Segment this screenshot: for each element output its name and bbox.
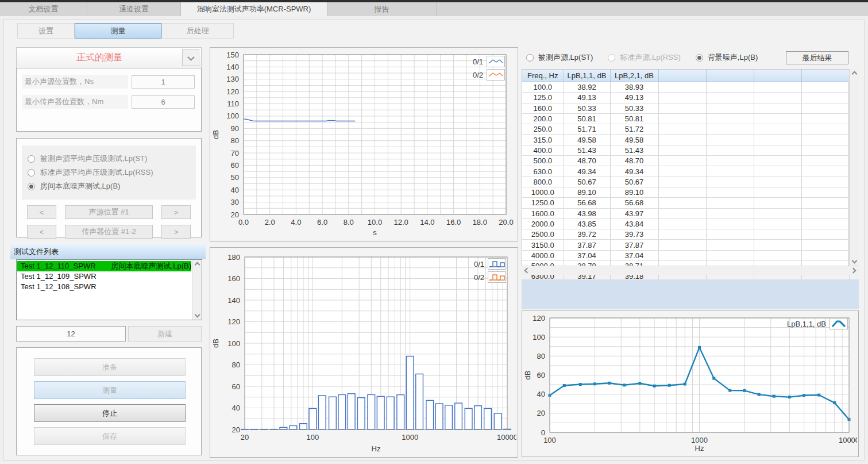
results-table-vscrollbar[interactable] — [849, 69, 859, 266]
table-row[interactable]: 1600.043.9843.97 — [522, 208, 849, 218]
table-row[interactable]: 500.048.7048.70 — [522, 156, 849, 166]
svg-text:120: 120 — [226, 87, 239, 96]
file-list-header: 测试文件列表 — [10, 244, 206, 259]
results-table[interactable]: Freq., HzLpB,1,1, dBLpB,2,1, dB 100.038.… — [522, 70, 850, 282]
svg-text:s: s — [373, 228, 377, 237]
legend-peak-icon — [830, 318, 848, 329]
svg-text:100: 100 — [227, 339, 240, 348]
list-item[interactable]: Test 1_12_110_SPWR房间本底噪声测试,Lp(B) — [17, 261, 191, 271]
svg-text:140: 140 — [226, 63, 239, 71]
save-button[interactable]: 保存 — [34, 427, 186, 445]
table-row[interactable]: 800.050.6750.67 — [522, 177, 849, 187]
test-type-box: 被测声源平均声压级测试,Lp(ST) 标准声源平均声压级测试,Lp(RSS) 房… — [16, 138, 202, 237]
radio-icon[interactable] — [28, 169, 35, 177]
scroll-down-icon[interactable] — [194, 312, 200, 318]
source-position-button[interactable]: 声源位置 #1 — [65, 205, 153, 219]
svg-text:40: 40 — [231, 186, 239, 194]
svg-text:Hz: Hz — [372, 444, 381, 453]
result-radio-lp-rss[interactable]: 标准声源,Lp(RSS) — [608, 52, 680, 63]
table-row[interactable]: 2500.039.7239.73 — [522, 229, 849, 240]
svg-text:130: 130 — [226, 75, 239, 83]
tab-channel-settings[interactable]: 通道设置 — [87, 2, 181, 16]
radio-lp-rss[interactable]: 标准声源平均声压级测试,Lp(RSS) — [28, 167, 196, 178]
table-row[interactable]: 200.050.8150.81 — [522, 113, 849, 124]
min-mic-positions-input[interactable]: 6 — [132, 95, 195, 109]
table-row[interactable]: 160.050.3350.33 — [522, 103, 849, 113]
new-button[interactable]: 新建 — [128, 326, 202, 342]
svg-text:20.0: 20.0 — [499, 218, 513, 227]
main-tab-bar: 文档设置 通道设置 混响室法测试声功率(MCR-SPWR) 报告 — [0, 2, 868, 16]
svg-text:110: 110 — [227, 99, 239, 108]
radio-lp-b[interactable]: 房间本底噪声测试,Lp(B) — [28, 181, 196, 191]
measurement-mode-dropdown[interactable]: 正式的测量 — [16, 47, 202, 68]
radio-lp-rss-label: 标准声源平均声压级测试,Lp(RSS) — [40, 167, 153, 178]
subtab-postprocess[interactable]: 后处理 — [161, 23, 234, 39]
table-row[interactable]: 3150.037.8737.87 — [522, 240, 849, 250]
chevron-down-icon — [187, 53, 195, 61]
subtab-settings[interactable]: 设置 — [17, 23, 75, 39]
radio-icon[interactable] — [526, 54, 534, 62]
scroll-up-icon[interactable] — [194, 262, 200, 268]
prepare-button[interactable]: 准备 — [34, 358, 186, 376]
result-radio-lp-st[interactable]: 被测声源,Lp(ST) — [526, 52, 593, 63]
results-table-hscrollbar[interactable] — [522, 266, 859, 275]
measure-button[interactable]: 测量 — [34, 381, 186, 399]
table-row[interactable]: 2000.043.8543.84 — [522, 218, 849, 229]
source-position-next-button[interactable]: > — [161, 205, 191, 219]
svg-text:10.0: 10.0 — [368, 218, 382, 227]
table-row[interactable]: 400.051.4351.43 — [522, 145, 849, 155]
stop-button[interactable]: 停止 — [34, 404, 186, 422]
min-source-positions-input[interactable]: 1 — [132, 75, 195, 89]
results-table-body: 100.038.9238.93125.049.1349.13160.050.33… — [522, 82, 849, 282]
legend-entry: 0/1 — [474, 258, 506, 270]
time-chart-legend: 0/10/2 — [473, 56, 505, 82]
radio-lp-st[interactable]: 被测声源平均声压级测试,Lp(ST) — [28, 154, 196, 164]
radio-icon-disabled[interactable] — [608, 54, 615, 62]
table-row[interactable]: 100.038.9238.93 — [522, 82, 849, 93]
final-result-button[interactable]: 最后结果 — [786, 51, 848, 64]
result-chart-legend: LpB,1,1, dB — [787, 318, 848, 331]
table-row[interactable]: 4000.037.0437.04 — [522, 250, 849, 260]
svg-text:12.0: 12.0 — [394, 218, 408, 227]
tab-report[interactable]: 报告 — [327, 2, 437, 16]
scroll-down-icon[interactable] — [851, 258, 857, 264]
test-file-listbox[interactable]: Test 1_12_110_SPWR房间本底噪声测试,Lp(B)Test 1_1… — [16, 259, 202, 320]
mic-position-prev-button[interactable]: < — [27, 225, 56, 239]
table-row[interactable]: 630.049.3449.34 — [522, 166, 849, 177]
table-row[interactable]: 315.049.5849.58 — [522, 135, 849, 145]
legend-entry: LpB,1,1, dB — [787, 318, 848, 329]
svg-text:100: 100 — [307, 433, 319, 442]
scroll-right-icon[interactable] — [851, 268, 857, 274]
dropdown-button[interactable] — [182, 49, 199, 66]
table-row[interactable]: 250.051.7151.72 — [522, 124, 849, 135]
svg-text:180: 180 — [227, 253, 240, 262]
svg-text:100: 100 — [226, 112, 239, 120]
legend-entry: 0/2 — [473, 69, 505, 80]
list-item[interactable]: Test 1_12_108_SPWR — [17, 282, 191, 292]
counter-button[interactable]: 12 — [16, 326, 126, 342]
svg-text:60: 60 — [231, 161, 239, 170]
source-position-prev-button[interactable]: < — [27, 205, 56, 219]
tab-mcr-spwr[interactable]: 混响室法测试声功率(MCR-SPWR) — [181, 2, 327, 16]
result-radio-lp-b[interactable]: 背景噪声,Lp(B) — [696, 52, 758, 63]
radio-icon[interactable] — [28, 155, 35, 163]
table-row[interactable]: 125.049.1349.13 — [522, 93, 849, 103]
radio-icon-selected[interactable] — [28, 183, 35, 190]
spectrum-plot: 2040608010012014016018020100100010000Hzd… — [210, 248, 516, 456]
subtab-measure[interactable]: 测量 — [75, 23, 161, 39]
time-history-plot: 20304050607080901001101201301401500.02.0… — [210, 48, 516, 240]
svg-text:10000: 10000 — [839, 436, 857, 444]
scroll-left-icon[interactable] — [524, 268, 530, 274]
tab-document-settings[interactable]: 文档设置 — [0, 2, 87, 16]
measurement-mode-value: 正式的测量 — [17, 52, 182, 64]
table-row[interactable]: 1250.056.6856.68 — [522, 198, 849, 208]
list-item[interactable]: Test 1_12_109_SPWR — [17, 271, 191, 282]
scroll-up-icon[interactable] — [851, 71, 857, 77]
table-row[interactable]: 1000.089.1089.10 — [522, 187, 849, 197]
file-list-scrollbar[interactable] — [192, 260, 202, 320]
legend-entry: 0/1 — [473, 56, 505, 67]
mic-position-button[interactable]: 传声器位置 #1-2 — [65, 225, 153, 239]
radio-icon-selected[interactable] — [696, 54, 703, 62]
svg-text:120: 120 — [533, 314, 545, 323]
mic-position-next-button[interactable]: > — [161, 225, 191, 239]
